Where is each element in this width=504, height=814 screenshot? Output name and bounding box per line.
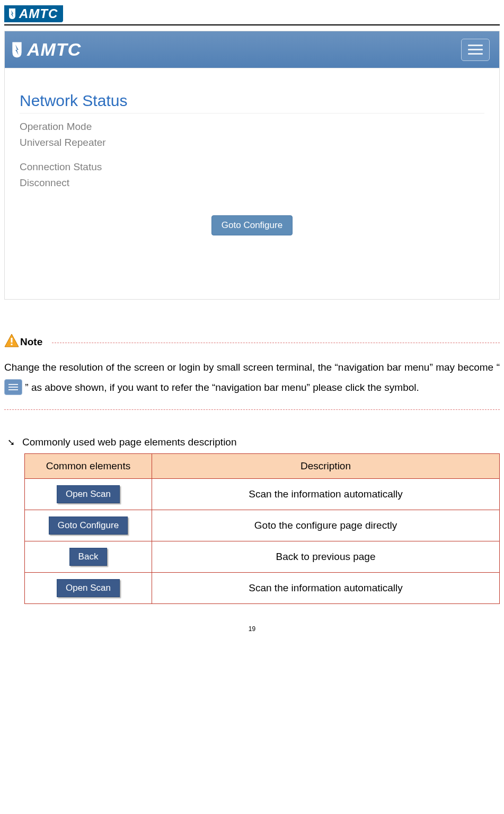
elements-heading: ➘ Commonly used web page elements descri… <box>7 436 500 448</box>
table-row: Back Back to previous page <box>25 541 500 573</box>
dashed-divider-full <box>4 409 500 410</box>
document-header: AMTC <box>4 5 500 25</box>
app-header: AMTC <box>5 31 499 68</box>
table-header-row: Common elements Description <box>25 454 500 479</box>
table-row: Open Scan Scan the information automatic… <box>25 479 500 510</box>
table-row: Open Scan Scan the information automatic… <box>25 573 500 604</box>
elements-heading-text: Commonly used web page elements descript… <box>22 436 237 448</box>
note-text-part2: ” as above shown, if you want to refer t… <box>25 382 419 393</box>
dashed-divider <box>52 343 500 343</box>
back-button[interactable]: Back <box>69 548 108 566</box>
note-heading-row: Note <box>4 331 500 348</box>
inline-hamburger-icon <box>4 379 22 395</box>
row-desc: Back to previous page <box>152 541 500 573</box>
svg-rect-1 <box>11 344 13 345</box>
operation-mode-value: Universal Repeater <box>20 137 484 148</box>
svg-rect-0 <box>11 338 13 343</box>
connection-status-label: Connection Status <box>20 161 484 173</box>
app-screenshot: AMTC Network Status Operation Mode Unive… <box>4 31 500 300</box>
row-desc: Scan the information automatically <box>152 573 500 604</box>
arrow-down-right-icon: ➘ <box>7 437 15 448</box>
app-body: Network Status Operation Mode Universal … <box>5 68 499 299</box>
note-label: Note <box>20 336 42 348</box>
connection-status-value: Disconnect <box>20 177 484 189</box>
operation-mode-label: Operation Mode <box>20 121 484 133</box>
hamburger-menu-icon[interactable] <box>461 39 490 61</box>
col-common-elements: Common elements <box>25 454 152 479</box>
row-desc: Scan the information automatically <box>152 479 500 510</box>
app-brand-text: AMTC <box>27 39 81 60</box>
brand-logo: AMTC <box>4 5 63 22</box>
page-number: 19 <box>4 625 500 633</box>
goto-configure-button[interactable]: Goto Configure <box>49 517 128 535</box>
row-desc: Goto the configure page directly <box>152 510 500 541</box>
open-scan-button[interactable]: Open Scan <box>57 485 120 503</box>
col-description: Description <box>152 454 500 479</box>
app-brand-icon <box>10 41 24 58</box>
open-scan-button[interactable]: Open Scan <box>57 579 120 597</box>
note-text-part1: Change the resolution of the screen or l… <box>4 362 500 373</box>
goto-configure-button[interactable]: Goto Configure <box>211 215 293 235</box>
app-logo: AMTC <box>10 39 81 60</box>
elements-table: Common elements Description Open Scan Sc… <box>24 453 500 604</box>
warning-icon <box>4 334 19 347</box>
brand-text: AMTC <box>19 6 58 21</box>
section-title: Network Status <box>20 92 484 113</box>
table-row: Goto Configure Goto the configure page d… <box>25 510 500 541</box>
note-text: Change the resolution of the screen or l… <box>4 357 500 398</box>
brand-icon <box>7 8 17 20</box>
